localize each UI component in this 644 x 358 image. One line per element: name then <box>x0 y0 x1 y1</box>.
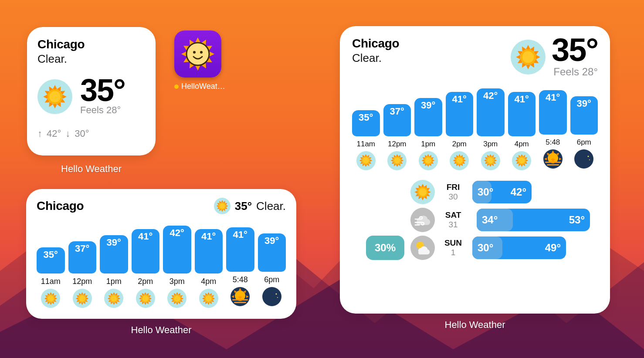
sun-icon <box>410 180 435 204</box>
temp-bar: 39° <box>258 233 286 272</box>
hour-label: 12pm <box>388 140 407 149</box>
weather-widget-large[interactable]: Chicago Clear. 35° Feels 28° 35°11am37°1… <box>340 26 610 314</box>
temp-bar: 41° <box>226 227 254 272</box>
high-value: 49° <box>545 242 561 254</box>
widget-caption: Hello Weather <box>27 163 156 175</box>
range-low-bar: 34° <box>477 209 513 231</box>
moon-icon <box>574 149 593 170</box>
hour-label: 4pm <box>201 277 216 286</box>
temp-bar: 37° <box>68 241 97 274</box>
hourly-forecast: 35°11am37°12pm39°1pm41°2pm42°3pm41°4pm41… <box>37 226 286 308</box>
hourly-forecast: 35°11am37°12pm39°1pm41°2pm42°3pm41°4pm41… <box>352 88 598 170</box>
hourly-column: 41°2pm <box>132 229 160 308</box>
notification-dot-icon <box>174 84 179 89</box>
current-temp: 35° <box>80 77 125 104</box>
sun-icon <box>73 289 92 308</box>
temp-bar: 41° <box>539 90 567 135</box>
high-value: 53° <box>569 214 585 226</box>
hourly-column: 35°11am <box>37 247 65 308</box>
day-of-month: 31 <box>441 220 465 230</box>
widget-caption: Hello Weather <box>340 319 610 331</box>
sun-icon <box>356 151 376 170</box>
location-label: Chicago <box>352 37 399 51</box>
temp-bar: 41° <box>132 229 160 274</box>
high-temp: 42° <box>47 128 61 139</box>
daily-forecast: FRI3042°30°SAT3153°34°30%SUN149°30° <box>352 180 598 260</box>
sun-icon <box>104 289 123 308</box>
weather-widget-small[interactable]: Chicago Clear. 35° Feels 28° ↑42° ↓30° <box>27 27 156 155</box>
app-icon-label: HelloWeat… <box>174 82 225 91</box>
hour-label: 2pm <box>138 277 153 286</box>
high-value: 42° <box>511 186 526 198</box>
day-of-week: FRI <box>441 182 465 192</box>
hourly-column: 39°6pm <box>258 233 286 308</box>
day-of-month: 30 <box>441 192 465 202</box>
temp-bar: 41° <box>508 92 536 136</box>
low-value: 30° <box>478 242 493 254</box>
hourly-column: 41°5:48 <box>539 90 567 170</box>
temp-bar: 41° <box>195 229 223 274</box>
condition-label: Clear. <box>37 52 145 66</box>
hourly-column: 42°3pm <box>163 226 191 308</box>
hour-label: 2pm <box>452 140 467 149</box>
hourly-column: 41°5:48 <box>226 227 254 308</box>
hourly-column: 42°3pm <box>477 88 505 170</box>
current-temp: 35° <box>552 37 598 64</box>
day-of-week: SUN <box>441 238 465 248</box>
low-value: 30° <box>478 186 493 198</box>
condition-label: Clear. <box>256 199 286 213</box>
app-icon-tile[interactable] <box>174 30 221 78</box>
arrow-up-icon: ↑ <box>37 128 42 139</box>
sunset-icon <box>230 287 250 308</box>
temp-bar: 39° <box>414 98 442 136</box>
feels-like: Feels 28° <box>80 105 125 116</box>
location-label: Chicago <box>37 37 145 51</box>
temp-bar: 37° <box>383 104 411 136</box>
sun-icon <box>511 40 546 74</box>
hourly-column: 41°4pm <box>195 229 223 308</box>
hour-label: 12pm <box>72 277 92 286</box>
day-of-week: SAT <box>441 210 465 220</box>
hour-label: 6pm <box>264 275 279 284</box>
weather-widget-medium[interactable]: Chicago 35° Clear. 35°11am37°12pm39°1pm4… <box>26 189 296 319</box>
app-icon[interactable]: HelloWeat… <box>174 30 225 91</box>
temp-range: 53°34° <box>472 209 594 231</box>
temp-bar: 35° <box>352 110 380 136</box>
moon-icon <box>262 287 281 308</box>
temp-range: 49°30° <box>472 236 594 259</box>
daily-row: FRI3042°30° <box>352 180 598 204</box>
hourly-column: 41°2pm <box>446 92 474 170</box>
low-temp: 30° <box>75 128 89 139</box>
daily-row: SAT3153°34° <box>352 208 598 232</box>
sun-icon <box>419 151 438 170</box>
hourly-column: 37°12pm <box>383 104 411 170</box>
widget-caption: Hello Weather <box>26 324 296 336</box>
sun-icon <box>387 151 407 170</box>
high-low: ↑42° ↓30° <box>37 128 145 139</box>
location-label: Chicago <box>37 199 84 213</box>
temp-range: 42°30° <box>472 181 594 203</box>
range-low-bar: 30° <box>472 236 502 259</box>
app-name: HelloWeat… <box>181 82 225 91</box>
hour-label: 11am <box>356 140 375 149</box>
feels-like: Feels 28° <box>552 66 598 78</box>
hour-label: 1pm <box>106 277 122 286</box>
sun-icon <box>167 289 186 308</box>
sun-icon <box>199 289 218 308</box>
temp-bar: 41° <box>446 92 474 136</box>
day-of-month: 1 <box>441 248 465 257</box>
arrow-down-icon: ↓ <box>65 128 70 139</box>
wind-cloud-icon <box>410 208 435 232</box>
hourly-column: 37°12pm <box>68 241 97 308</box>
sun-icon <box>481 151 500 170</box>
hour-label: 3pm <box>169 277 185 286</box>
hourly-column: 39°6pm <box>570 96 598 170</box>
precip-badge: 30% <box>366 236 404 260</box>
partly-cloudy-icon <box>410 236 435 260</box>
temp-bar: 35° <box>37 247 65 274</box>
hourly-column: 35°11am <box>352 110 380 170</box>
hourly-column: 41°4pm <box>508 92 536 170</box>
hour-label: 5:48 <box>233 275 248 284</box>
range-low-bar: 30° <box>472 181 491 203</box>
hour-label: 4pm <box>515 140 529 149</box>
